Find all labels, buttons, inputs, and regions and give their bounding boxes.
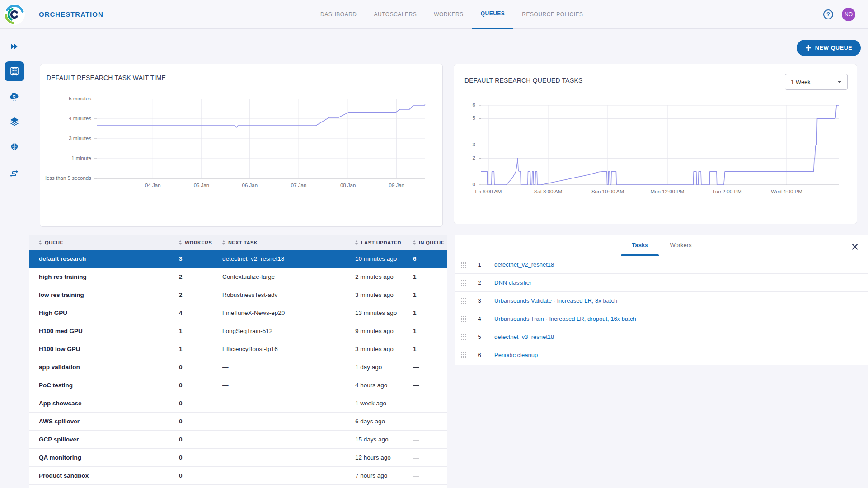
table-row-product-sandbox[interactable]: Product sandbox0—7 hours ago— bbox=[29, 467, 447, 485]
sidebar-item-workers-queues[interactable] bbox=[5, 61, 24, 81]
column-header-last-updated[interactable]: LAST UPDATED bbox=[345, 240, 403, 245]
new-queue-button[interactable]: NEW QUEUE bbox=[797, 40, 861, 56]
next-cell: — bbox=[212, 364, 345, 371]
y-axis-label: 5 bbox=[417, 115, 475, 121]
drag-handle-icon[interactable] bbox=[461, 297, 466, 305]
drag-handle-icon[interactable] bbox=[461, 333, 466, 341]
queue-cell: Product sandbox bbox=[29, 472, 169, 479]
tab-autoscalers[interactable]: AUTOSCALERS bbox=[366, 0, 426, 29]
queue-cell: PoC testing bbox=[29, 382, 169, 389]
inqueue-cell: — bbox=[403, 454, 447, 461]
queue-cell: default research bbox=[29, 255, 169, 262]
sidebar-item-models[interactable] bbox=[5, 137, 24, 157]
table-row-poc-testing[interactable]: PoC testing0—4 hours ago— bbox=[29, 376, 447, 394]
table-row-h100-med-gpu[interactable]: H100 med GPU1LongSeqTrain-5129 minutes a… bbox=[29, 322, 447, 340]
queue-table: QUEUEWORKERSNEXT TASKLAST UPDATEDIN QUEU… bbox=[29, 235, 447, 488]
queue-cell: H100 med GPU bbox=[29, 328, 169, 334]
double-chevron-icon bbox=[9, 41, 20, 52]
task-index: 3 bbox=[475, 297, 483, 304]
queue-cell: GCP spillover bbox=[29, 436, 169, 443]
queue-table-header: QUEUEWORKERSNEXT TASKLAST UPDATEDIN QUEU… bbox=[29, 235, 447, 250]
table-row-h100-low-gpu[interactable]: H100 low GPU1EfficiencyBoost-fp163 minut… bbox=[29, 340, 447, 358]
sidebar-item-datasets[interactable] bbox=[5, 112, 24, 132]
time-range-value: 1 Week bbox=[791, 79, 837, 85]
table-row-high-gpu[interactable]: High GPU4FineTuneX-News-ep2013 minutes a… bbox=[29, 304, 447, 322]
tab-dashboard[interactable]: DASHBOARD bbox=[312, 0, 366, 29]
tab-resource-policies[interactable]: RESOURCE POLICIES bbox=[513, 0, 591, 29]
workers-cell: 2 bbox=[169, 273, 212, 280]
queue-cell: High GPU bbox=[29, 310, 169, 316]
tab-workers[interactable]: WORKERS bbox=[425, 0, 472, 29]
sidebar-item-autoscalers[interactable] bbox=[5, 87, 24, 107]
chevron-down-icon bbox=[837, 81, 842, 83]
next-cell: FineTuneX-News-ep20 bbox=[212, 310, 345, 316]
column-header-workers[interactable]: WORKERS bbox=[169, 240, 212, 245]
inqueue-cell: — bbox=[403, 418, 447, 425]
sidebar-item-pipelines[interactable] bbox=[5, 163, 24, 183]
task-list-item: 2DNN classifier bbox=[455, 274, 868, 292]
tab-tasks[interactable]: Tasks bbox=[621, 235, 659, 256]
y-axis-label: 0 bbox=[417, 182, 475, 187]
sidebar bbox=[0, 29, 29, 488]
task-link[interactable]: Periodic cleanup bbox=[494, 352, 538, 358]
task-link[interactable]: detectnet_v3_resnet18 bbox=[494, 333, 554, 340]
wait-time-chart bbox=[97, 99, 425, 178]
drag-handle-icon[interactable] bbox=[461, 279, 466, 286]
task-list-item: 6Periodic cleanup bbox=[455, 346, 868, 364]
updated-cell: 4 hours ago bbox=[345, 382, 403, 389]
close-icon[interactable] bbox=[851, 243, 859, 250]
column-header-queue[interactable]: QUEUE bbox=[29, 240, 169, 245]
updated-cell: 15 days ago bbox=[345, 436, 403, 443]
table-row-app-showcase[interactable]: App showcase0—1 week ago— bbox=[29, 394, 447, 413]
inqueue-cell: — bbox=[403, 400, 447, 407]
time-range-select[interactable]: 1 Week bbox=[785, 74, 848, 90]
help-icon[interactable]: ? bbox=[823, 9, 833, 19]
page-title: ORCHESTRATION bbox=[39, 0, 103, 29]
sidebar-item-launch[interactable] bbox=[5, 37, 24, 56]
inqueue-cell: 1 bbox=[403, 346, 447, 352]
workers-cell: 3 bbox=[169, 255, 212, 262]
tab-queues[interactable]: QUEUES bbox=[472, 0, 514, 29]
y-axis-label: 4 minutes bbox=[33, 116, 91, 121]
x-axis-label: 09 Jan bbox=[372, 183, 422, 188]
updated-cell: 12 hours ago bbox=[345, 454, 403, 461]
avatar[interactable]: NO bbox=[842, 8, 855, 21]
layers-icon bbox=[9, 117, 20, 127]
drag-handle-icon[interactable] bbox=[461, 261, 466, 268]
workers-queues-icon bbox=[9, 66, 20, 77]
table-row-high-res-training[interactable]: high res training2Contextualize-large2 m… bbox=[29, 268, 447, 286]
drag-handle-icon[interactable] bbox=[461, 352, 466, 359]
drag-handle-icon[interactable] bbox=[461, 315, 466, 323]
queue-cell: high res training bbox=[29, 273, 169, 280]
table-row-app-validation[interactable]: app validation0—1 day ago— bbox=[29, 358, 447, 376]
workers-cell: 2 bbox=[169, 291, 212, 298]
updated-cell: 13 minutes ago bbox=[345, 310, 403, 316]
queue-cell: H100 low GPU bbox=[29, 346, 169, 352]
next-cell: — bbox=[212, 400, 345, 407]
task-link[interactable]: DNN classifier bbox=[494, 279, 531, 286]
task-link[interactable]: detectnet_v2_resnet18 bbox=[494, 261, 554, 268]
x-axis-label: 08 Jan bbox=[323, 183, 373, 188]
inqueue-cell: 1 bbox=[403, 310, 447, 316]
sort-icon bbox=[413, 240, 416, 245]
column-label: LAST UPDATED bbox=[361, 240, 401, 245]
table-row-low-res-training[interactable]: low res training2RobustnessTest-adv3 min… bbox=[29, 286, 447, 304]
task-index: 1 bbox=[475, 261, 483, 268]
inqueue-cell: — bbox=[403, 382, 447, 389]
table-row-qa-monitoring[interactable]: QA monitoring0—12 hours ago— bbox=[29, 449, 447, 467]
table-row-default-research[interactable]: default research3detectnet_v2_resnet1810… bbox=[29, 250, 447, 268]
task-link[interactable]: Urbansounds Validate - Increased LR, 8x … bbox=[494, 297, 617, 304]
task-link[interactable]: Urbansounds Train - Increased LR, dropou… bbox=[494, 315, 636, 322]
inqueue-cell: — bbox=[403, 436, 447, 443]
next-cell: detectnet_v2_resnet18 bbox=[212, 255, 345, 262]
clearml-logo-icon[interactable] bbox=[4, 4, 25, 25]
table-row-gcp-spillover[interactable]: GCP spillover0—15 days ago— bbox=[29, 431, 447, 449]
column-header-next-task[interactable]: NEXT TASK bbox=[212, 240, 345, 245]
tab-workers[interactable]: Workers bbox=[659, 235, 702, 256]
plus-icon bbox=[805, 45, 812, 51]
brain-icon bbox=[9, 142, 20, 153]
y-axis-label: 5 minutes bbox=[33, 96, 91, 101]
next-cell: — bbox=[212, 436, 345, 443]
column-header-in-queue[interactable]: IN QUEUE bbox=[403, 240, 447, 245]
table-row-aws-spillover[interactable]: AWS spillover0—6 days ago— bbox=[29, 413, 447, 431]
